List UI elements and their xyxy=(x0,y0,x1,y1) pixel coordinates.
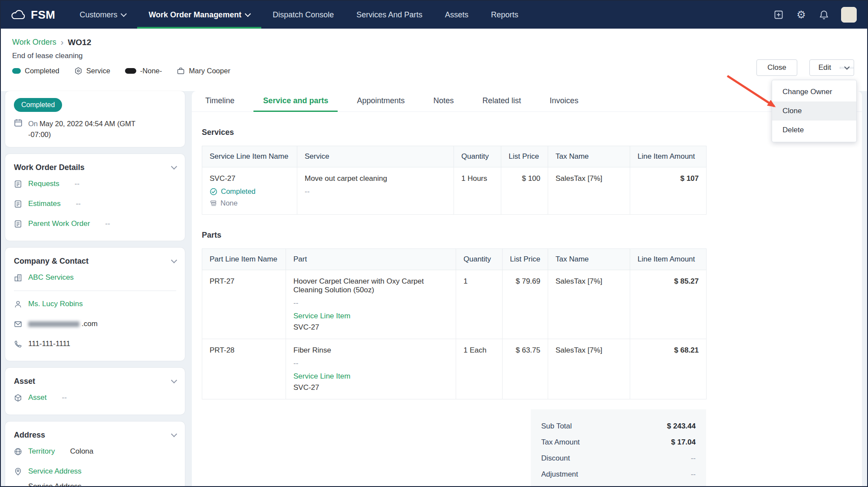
cube-icon xyxy=(14,393,23,402)
sidebar-item-phone[interactable]: 111-111-1111 xyxy=(14,334,176,354)
col-tax-name: Tax Name xyxy=(548,146,630,167)
territory-label[interactable]: Territory xyxy=(28,447,55,456)
breadcrumb-work-orders-link[interactable]: Work Orders xyxy=(12,38,56,47)
content-area: Completed OnMay 20, 2022 04:54 AM (GMT -… xyxy=(1,91,867,486)
service-address-label[interactable]: Service Address xyxy=(28,467,82,476)
address-header[interactable]: Address xyxy=(14,428,176,441)
nav-customers[interactable]: Customers xyxy=(68,1,137,29)
tab-notes[interactable]: Notes xyxy=(430,96,457,111)
service-line-item-link[interactable]: Service Line Item xyxy=(293,312,448,320)
collapse-chevron-icon[interactable] xyxy=(171,377,177,383)
tab-related-list[interactable]: Related list xyxy=(479,96,525,111)
nav-dispatch-console[interactable]: Dispatch Console xyxy=(261,1,345,29)
completed-on-row: OnMay 20, 2022 04:54 AM (GMT -07:00) xyxy=(14,118,176,140)
sidebar-item-email[interactable]: .com xyxy=(14,314,176,334)
menu-item-delete[interactable]: Delete xyxy=(772,121,856,140)
sidebar-item-asset[interactable]: Asset -- xyxy=(14,388,176,408)
globe-icon xyxy=(14,447,23,456)
requests-value: -- xyxy=(75,180,79,188)
edit-button[interactable]: Edit xyxy=(810,63,840,72)
parts-section-heading: Parts xyxy=(202,231,706,240)
part-cell: Fiber Rinse -- Service Line Item SVC-27 xyxy=(286,339,456,399)
email-redacted xyxy=(28,321,79,327)
close-button[interactable]: Close xyxy=(756,59,797,76)
collapse-chevron-icon[interactable] xyxy=(171,257,177,263)
parts-header-row: Part Line Item Name Part Quantity List P… xyxy=(202,249,707,270)
service-status-label: Completed xyxy=(221,187,256,196)
sidebar-item-service-address[interactable]: Service Address xyxy=(14,461,176,481)
menu-item-change-owner[interactable]: Change Owner xyxy=(772,82,856,101)
services-header-row: Service Line Item Name Service Quantity … xyxy=(202,146,707,167)
col-quantity: Quantity xyxy=(456,249,503,270)
tab-timeline[interactable]: Timeline xyxy=(202,96,238,111)
chevron-down-icon xyxy=(121,11,127,17)
edit-split-button[interactable]: Edit xyxy=(809,59,854,76)
company-contact-header[interactable]: Company & Contact xyxy=(14,255,176,268)
sidebar-item-contact[interactable]: Ms. Lucy Robins xyxy=(14,294,176,314)
collapse-chevron-icon[interactable] xyxy=(171,163,177,170)
app-logo-text: FSM xyxy=(31,8,55,22)
sidebar-item-parent-work-order[interactable]: Parent Work Order -- xyxy=(14,214,176,234)
card-title-label: Company & Contact xyxy=(14,257,89,266)
part-amount-cell: $ 68.21 xyxy=(630,339,707,399)
service-line-item-ref: SVC-27 xyxy=(293,383,448,392)
company-contact-card: Company & Contact ABC Services Ms. Lucy … xyxy=(5,248,185,361)
top-navigation: FSM Customers Work Order Management Disp… xyxy=(1,1,867,29)
subtotal-value: $ 243.44 xyxy=(667,422,696,431)
company-link[interactable]: ABC Services xyxy=(28,273,74,282)
service-status: Completed xyxy=(210,187,289,196)
tab-appointments[interactable]: Appointments xyxy=(353,96,408,111)
estimates-label[interactable]: Estimates xyxy=(28,199,61,208)
services-table: Service Line Item Name Service Quantity … xyxy=(202,146,707,215)
part-row: PRT-27 Hoover Carpet Cleaner with Oxy Ca… xyxy=(202,270,707,339)
service-and-parts-content: Services Service Line Item Name Service … xyxy=(202,128,706,487)
part-line-item-cell[interactable]: PRT-27 xyxy=(202,270,286,339)
tab-service-and-parts[interactable]: Service and parts xyxy=(260,96,332,111)
building-icon xyxy=(14,273,23,282)
col-service: Service xyxy=(297,146,454,167)
parent-work-order-label[interactable]: Parent Work Order xyxy=(28,219,90,228)
nav-assets[interactable]: Assets xyxy=(434,1,480,29)
nav-sap-label: Services And Parts xyxy=(356,10,422,20)
record-sidebar: Completed OnMay 20, 2022 04:54 AM (GMT -… xyxy=(5,91,185,487)
service-line-item-name[interactable]: SVC-27 xyxy=(210,174,289,183)
nav-services-and-parts[interactable]: Services And Parts xyxy=(345,1,434,29)
part-sub: -- xyxy=(293,299,448,307)
collapse-chevron-icon[interactable] xyxy=(171,431,177,437)
sidebar-item-territory[interactable]: Territory Colona xyxy=(14,441,176,461)
nav-reports[interactable]: Reports xyxy=(480,1,529,29)
brand[interactable]: FSM xyxy=(1,1,68,29)
card-title-label: Asset xyxy=(14,377,35,386)
edit-dropdown-toggle[interactable] xyxy=(840,67,854,69)
col-line-item-amount: Line Item Amount xyxy=(630,146,707,167)
map-pin-icon xyxy=(14,467,23,476)
request-doc-icon xyxy=(14,180,23,188)
asset-label[interactable]: Asset xyxy=(28,393,47,402)
asset-header[interactable]: Asset xyxy=(14,375,176,388)
app-window: FSM Customers Work Order Management Disp… xyxy=(0,0,868,487)
completed-datetime: OnMay 20, 2022 04:54 AM (GMT -07:00) xyxy=(28,118,158,140)
status-card: Completed OnMay 20, 2022 04:54 AM (GMT -… xyxy=(5,91,185,147)
requests-label[interactable]: Requests xyxy=(28,180,59,188)
chevron-down-icon xyxy=(844,64,850,70)
work-order-details-header[interactable]: Work Order Details xyxy=(14,161,176,174)
discount-row: Discount -- xyxy=(541,450,696,466)
menu-item-clone[interactable]: Clone xyxy=(772,101,856,121)
settings-gear-icon[interactable]: ⚙ xyxy=(796,10,806,20)
notifications-bell-icon[interactable] xyxy=(819,10,829,20)
adjustment-row: Adjustment -- xyxy=(541,466,696,482)
parent-work-order-value: -- xyxy=(105,219,110,228)
contact-link[interactable]: Ms. Lucy Robins xyxy=(28,300,83,308)
nav-customers-label: Customers xyxy=(79,10,117,20)
parent-doc-icon xyxy=(14,219,23,228)
sidebar-item-estimates[interactable]: Estimates -- xyxy=(14,194,176,214)
tab-invoices[interactable]: Invoices xyxy=(546,96,582,111)
service-line-item-link[interactable]: Service Line Item xyxy=(293,372,448,381)
part-line-item-cell[interactable]: PRT-28 xyxy=(202,339,286,399)
sidebar-item-company[interactable]: ABC Services xyxy=(14,268,176,288)
user-avatar[interactable] xyxy=(841,7,857,23)
asset-card: Asset Asset -- xyxy=(5,368,185,415)
sidebar-item-requests[interactable]: Requests -- xyxy=(14,174,176,194)
compose-icon[interactable] xyxy=(773,10,784,20)
nav-work-order-management[interactable]: Work Order Management xyxy=(137,1,261,29)
